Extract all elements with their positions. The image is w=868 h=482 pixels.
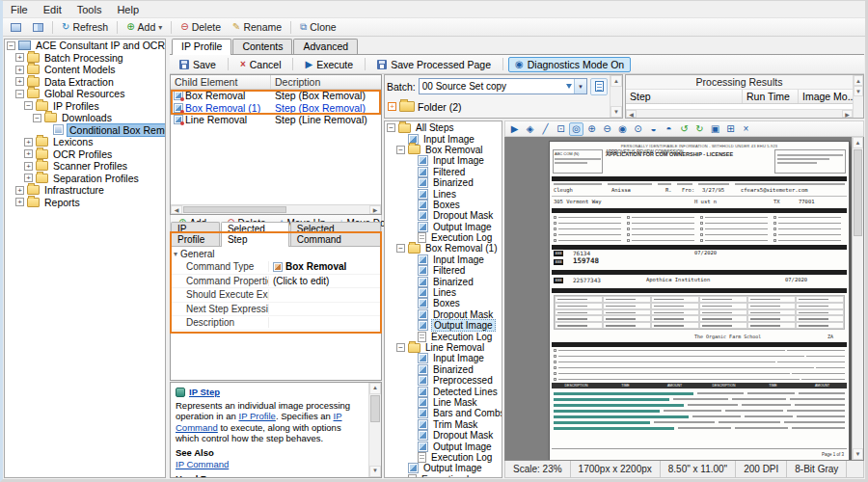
expander-icon[interactable]: [15, 198, 24, 206]
step-tree-item[interactable]: Box Removal: [385, 145, 502, 155]
step-tree-item[interactable]: Lines: [385, 188, 502, 199]
document-tab[interactable]: IP Profile: [172, 39, 231, 55]
refresh-view-icon[interactable]: ↺: [677, 122, 692, 136]
step-tree-item[interactable]: Execution Log: [385, 331, 502, 341]
step-tree-item[interactable]: Binarized: [385, 276, 502, 286]
nav-tree-item[interactable]: Infrastructure: [5, 184, 165, 197]
zoom-fit-icon[interactable]: ⊙: [631, 122, 645, 136]
step-tree-item[interactable]: Binarized: [385, 364, 502, 375]
column-header-step[interactable]: Step: [626, 90, 743, 103]
property-row[interactable]: Should Execute Expression: [171, 288, 381, 303]
scroll-down-icon[interactable]: ▼: [854, 86, 863, 96]
step-tree-item[interactable]: Dropout Mask: [385, 430, 502, 441]
batch-combobox[interactable]: 00 Source Set copy ▼: [419, 78, 587, 94]
column-header-image-mode[interactable]: Image Mo...: [799, 90, 853, 103]
nav-tree-item[interactable]: Scanner Profiles: [5, 160, 165, 173]
step-tree-item[interactable]: Boxes: [385, 298, 502, 308]
expander-icon[interactable]: [24, 101, 33, 110]
view-layout-button[interactable]: [5, 21, 27, 34]
view-panels-button[interactable]: [27, 21, 49, 34]
nav-tree-item[interactable]: Global Resources: [5, 88, 165, 100]
pan-icon[interactable]: ◈: [523, 122, 537, 136]
property-row[interactable]: Next Step Expression: [171, 303, 381, 317]
step-tree-item[interactable]: Output Image: [385, 441, 502, 451]
expander-icon[interactable]: [33, 114, 41, 122]
step-tree-item[interactable]: Binarized: [385, 177, 502, 188]
step-tree-item[interactable]: Input Image: [385, 133, 502, 144]
eyedropper-icon[interactable]: ╱: [538, 122, 553, 136]
step-tree-item[interactable]: All Steps: [385, 122, 502, 133]
zoom-dynamic-icon[interactable]: ◎: [569, 122, 583, 136]
expander-icon[interactable]: [24, 162, 33, 171]
document-tab[interactable]: Contents: [232, 39, 292, 54]
rename-button[interactable]: ✎Rename: [227, 19, 287, 35]
delete-button[interactable]: ⊖Delete: [175, 19, 227, 35]
results-horizontal-scrollbar[interactable]: ◀ ▶: [626, 109, 853, 118]
step-tree-item[interactable]: Dropout Mask: [385, 210, 502, 221]
menu-item[interactable]: Help: [109, 3, 147, 16]
scrollbar-thumb[interactable]: [854, 149, 862, 236]
batch-scrollbar[interactable]: ▲ ▼: [610, 75, 622, 118]
scroll-left-icon[interactable]: ◀: [626, 110, 637, 118]
nav-tree-item[interactable]: Separation Profiles: [5, 173, 165, 185]
nav-tree-item[interactable]: Lexicons: [5, 136, 165, 148]
diagnostics-mode-toggle[interactable]: ◉Diagnostics Mode On: [508, 57, 631, 72]
ip-step-link[interactable]: IP Step: [189, 387, 220, 398]
nav-tree-item[interactable]: Data Extraction: [5, 76, 165, 89]
scroll-right-icon[interactable]: ▶: [842, 110, 853, 118]
expander-icon[interactable]: [24, 149, 33, 158]
step-tree-item[interactable]: Execution Log: [385, 452, 502, 463]
property-row[interactable]: Description: [171, 316, 381, 331]
zoom-out-icon[interactable]: ⊖: [600, 122, 614, 136]
property-tab[interactable]: Selected Step: [221, 222, 289, 247]
expander-icon[interactable]: [396, 146, 405, 154]
expander-icon[interactable]: [396, 244, 405, 253]
step-tree-item[interactable]: Lines: [385, 287, 502, 298]
expander-icon[interactable]: [15, 66, 24, 74]
property-group-header[interactable]: ▾ General: [171, 247, 381, 260]
save-processed-page-button[interactable]: Save Processed Page: [370, 57, 498, 72]
nav-tree-item[interactable]: IP Profiles: [5, 100, 165, 113]
close-preview-icon[interactable]: ×: [739, 122, 753, 136]
step-tree-item[interactable]: Execution Log: [385, 232, 502, 243]
nav-tree-item[interactable]: ACE Consultant IP and OCR: [5, 40, 165, 52]
combo-dropdown-icon[interactable]: ▼: [574, 79, 586, 94]
document-tab[interactable]: Advanced: [293, 39, 358, 54]
zoom-window-icon[interactable]: ⊡: [554, 122, 568, 136]
menu-item[interactable]: Tools: [69, 3, 110, 16]
save-image-icon[interactable]: ▣: [708, 122, 722, 136]
preview-vertical-scrollbar[interactable]: ▲ ▼: [852, 137, 863, 460]
batch-folder-item[interactable]: Folder (2): [385, 97, 610, 116]
step-tree-item[interactable]: Line Removal: [385, 342, 502, 353]
expander-icon[interactable]: [7, 41, 15, 50]
horizontal-scrollbar[interactable]: ◀ ▶: [171, 204, 381, 214]
grid-icon[interactable]: ⊞: [723, 122, 738, 136]
scrollbar-thumb[interactable]: [370, 395, 380, 422]
property-tab[interactable]: IP Profile: [171, 222, 220, 246]
property-row[interactable]: Command Type Box Removal: [171, 260, 381, 275]
child-element-row[interactable]: Line Removal Step (Line Removal): [171, 114, 381, 126]
property-tab[interactable]: Selected Command: [290, 222, 381, 246]
scroll-up-icon[interactable]: ▲: [610, 75, 622, 87]
results-vertical-scrollbar[interactable]: ▲ ▼: [853, 75, 863, 118]
step-tree-item[interactable]: Output Image: [385, 320, 502, 331]
scroll-down-icon[interactable]: ▼: [369, 466, 381, 477]
nav-tree-item[interactable]: Content Models: [5, 64, 165, 76]
column-header-description[interactable]: Decription: [271, 75, 381, 89]
cancel-button[interactable]: ×Cancel: [233, 57, 288, 72]
execute-button[interactable]: ▶Execute: [298, 57, 360, 72]
nav-tree-item[interactable]: Downloads: [5, 112, 165, 124]
step-tree-item[interactable]: Boxes: [385, 200, 502, 210]
select-icon[interactable]: ▶: [507, 122, 522, 136]
menu-item[interactable]: Edit: [36, 3, 69, 16]
scroll-left-icon[interactable]: ◀: [171, 205, 182, 214]
expander-icon[interactable]: [387, 123, 395, 132]
expander-icon[interactable]: [24, 174, 33, 182]
scroll-up-icon[interactable]: ▲: [369, 383, 381, 394]
step-tree-item[interactable]: Trim Mask: [385, 419, 502, 430]
add-button[interactable]: ⊕Add▾: [121, 19, 168, 35]
rotate-icon[interactable]: ↻: [692, 122, 707, 136]
save-button[interactable]: Save: [173, 57, 223, 72]
ip-command-link[interactable]: IP Command: [176, 459, 229, 470]
child-element-row[interactable]: Box Removal Step (Box Removal): [171, 90, 381, 102]
